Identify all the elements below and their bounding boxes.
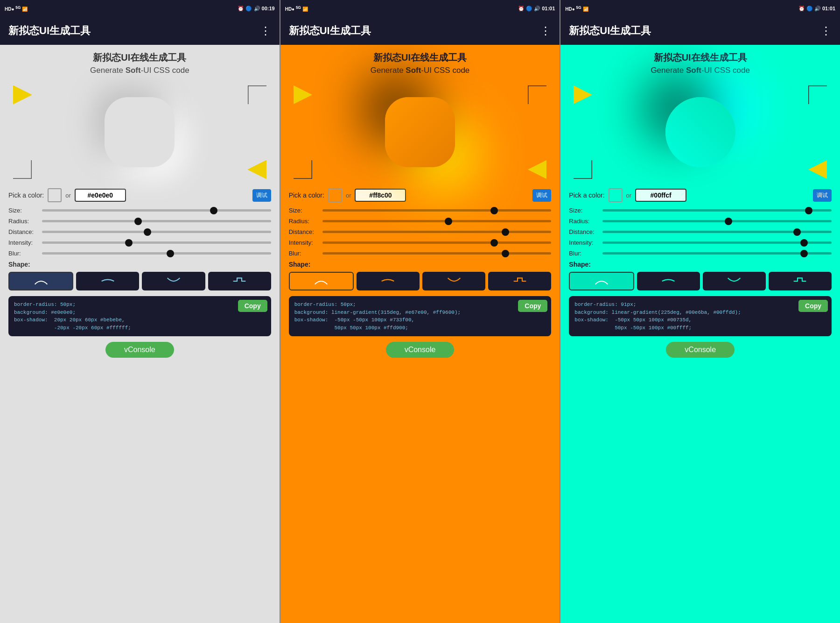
vconsole-row: vConsole	[569, 342, 832, 358]
slider-label: Intensity:	[8, 239, 42, 246]
corner-decoration-tl	[294, 85, 312, 104]
translate-button[interactable]: 调试	[532, 189, 551, 202]
slider-track[interactable]	[602, 220, 832, 222]
slider-thumb[interactable]	[800, 250, 808, 257]
neumorphic-preview-box	[665, 97, 735, 167]
status-bar: HD● 5G 📶 ⏰ 🔵 🔊 00:19	[0, 0, 280, 17]
preview-area	[569, 81, 832, 184]
status-left: HD● 5G 📶	[5, 5, 28, 12]
corner-decoration-bl	[574, 160, 592, 179]
shape-button-convex[interactable]	[142, 272, 205, 290]
menu-icon[interactable]: ⋮	[820, 24, 832, 37]
shape-button-concave[interactable]	[8, 272, 73, 290]
vconsole-button[interactable]: vConsole	[105, 342, 174, 358]
slider-thumb[interactable]	[490, 239, 498, 247]
slider-track[interactable]	[322, 241, 552, 244]
shape-section-label: Shape:	[8, 261, 271, 268]
color-picker-row: Pick a color:or调试	[289, 188, 552, 202]
slider-track[interactable]	[42, 241, 271, 244]
status-battery-icon: ⏰ 🔵 🔊	[238, 6, 260, 12]
color-swatch[interactable]	[609, 188, 623, 202]
status-left: HD● 5G 📶	[285, 5, 308, 12]
translate-button[interactable]: 调试	[252, 189, 271, 202]
copy-button[interactable]: Copy	[238, 300, 267, 312]
status-left: HD● 5G 📶	[565, 5, 588, 12]
phone-frame-3: HD● 5G 📶 ⏰ 🔵 🔊 01:01 新拟态UI生成工具⋮新拟态UI在线生成…	[560, 0, 840, 623]
color-swatch[interactable]	[328, 188, 342, 202]
heading-chinese: 新拟态UI在线生成工具	[569, 51, 832, 64]
status-bar: HD● 5G 📶 ⏰ 🔵 🔊 01:01	[560, 0, 840, 17]
shape-button-concave[interactable]	[569, 272, 634, 290]
menu-icon[interactable]: ⋮	[540, 24, 551, 37]
slider-thumb[interactable]	[502, 250, 509, 257]
slider-thumb[interactable]	[725, 218, 732, 225]
slider-track[interactable]	[322, 220, 552, 222]
slider-track[interactable]	[322, 231, 552, 233]
app-title: 新拟态UI生成工具	[8, 24, 91, 38]
slider-thumb[interactable]	[793, 228, 801, 236]
slider-label: Distance:	[569, 228, 602, 235]
slider-track[interactable]	[602, 252, 832, 255]
shape-button-flat[interactable]	[637, 272, 700, 290]
slider-track[interactable]	[42, 220, 271, 222]
shape-button-flat[interactable]	[76, 272, 139, 290]
slider-thumb[interactable]	[144, 228, 151, 236]
slider-label: Radius:	[569, 218, 602, 225]
phone-content: 新拟态UI在线生成工具Generate Soft-UI CSS codePick…	[0, 45, 280, 623]
css-code-text: border-radius: 50px; background: #e0e0e0…	[14, 301, 266, 332]
vconsole-button[interactable]: vConsole	[666, 342, 735, 358]
slider-track[interactable]	[602, 241, 832, 244]
shape-button-concave[interactable]	[289, 272, 354, 290]
color-or-text: or	[65, 192, 71, 199]
slider-label: Distance:	[8, 228, 42, 235]
slider-track[interactable]	[322, 209, 552, 212]
slider-thumb[interactable]	[502, 228, 509, 236]
copy-button[interactable]: Copy	[518, 300, 547, 312]
color-hex-input[interactable]	[635, 189, 686, 202]
slider-track[interactable]	[602, 231, 832, 233]
color-swatch[interactable]	[48, 188, 62, 202]
slider-thumb[interactable]	[490, 207, 498, 214]
slider-thumb[interactable]	[445, 218, 452, 225]
slider-thumb[interactable]	[125, 239, 133, 247]
slider-thumb[interactable]	[134, 218, 142, 225]
slider-track[interactable]	[42, 231, 271, 233]
heading-chinese: 新拟态UI在线生成工具	[8, 51, 271, 64]
slider-label: Radius:	[289, 218, 322, 225]
status-right: ⏰ 🔵 🔊 01:01	[518, 6, 555, 12]
shape-button-convex[interactable]	[422, 272, 485, 290]
copy-button[interactable]: Copy	[798, 300, 828, 312]
slider-thumb[interactable]	[210, 207, 217, 214]
css-code-block: border-radius: 50px; background: #e0e0e0…	[8, 296, 271, 336]
slider-track[interactable]	[42, 252, 271, 255]
vconsole-row: vConsole	[289, 342, 552, 358]
status-icons: HD● 5G 📶	[565, 5, 588, 12]
slider-row-radius: Radius:	[8, 218, 271, 225]
slider-track[interactable]	[322, 252, 552, 255]
slider-thumb[interactable]	[167, 250, 174, 257]
slider-thumb[interactable]	[800, 239, 808, 247]
shape-button-pressed[interactable]	[208, 272, 271, 290]
shape-button-pressed[interactable]	[769, 272, 832, 290]
color-label: Pick a color:	[289, 191, 324, 199]
slider-row-distance: Distance:	[8, 228, 271, 235]
css-code-text: border-radius: 91px; background: linear-…	[574, 301, 826, 332]
vconsole-button[interactable]: vConsole	[386, 342, 455, 358]
color-picker-row: Pick a color:or调试	[569, 188, 832, 202]
status-time: 00:19	[262, 6, 275, 11]
slider-thumb[interactable]	[805, 207, 812, 214]
status-right: ⏰ 🔵 🔊 00:19	[238, 6, 274, 12]
color-hex-input[interactable]	[355, 189, 406, 202]
heading-english: Generate Soft-UI CSS code	[8, 66, 271, 75]
shape-button-flat[interactable]	[357, 272, 420, 290]
phone-content: 新拟态UI在线生成工具Generate Soft-UI CSS codePick…	[280, 45, 560, 623]
shape-button-pressed[interactable]	[488, 272, 551, 290]
color-picker-row: Pick a color:or调试	[8, 188, 271, 202]
menu-icon[interactable]: ⋮	[260, 24, 271, 37]
translate-button[interactable]: 调试	[813, 189, 832, 202]
slider-track[interactable]	[42, 209, 271, 212]
slider-track[interactable]	[602, 209, 832, 212]
color-hex-input[interactable]	[75, 189, 126, 202]
corner-decoration-bl	[13, 160, 32, 179]
shape-button-convex[interactable]	[703, 272, 766, 290]
